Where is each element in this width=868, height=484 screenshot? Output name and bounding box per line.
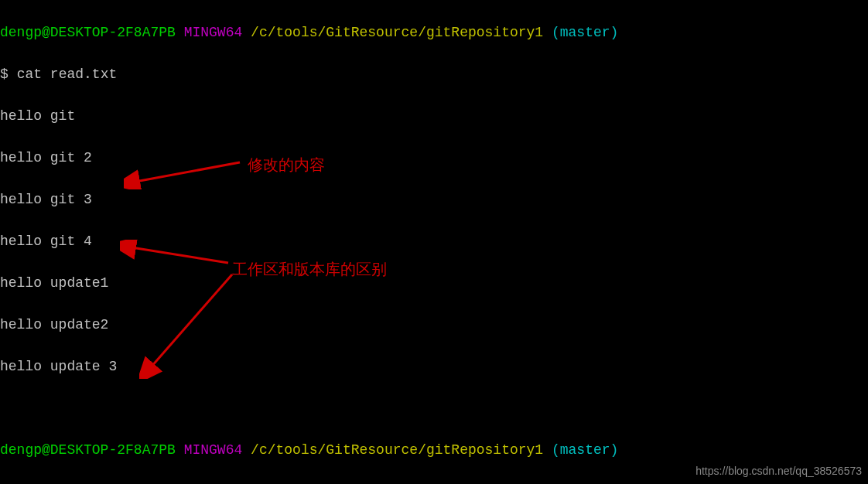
prompt-path: /c/tools/GitResource/gitRepository1: [251, 442, 543, 458]
prompt-shell: MINGW64: [184, 25, 243, 40]
output-line: hello update 3: [0, 356, 868, 377]
output-line: hello git 4: [0, 231, 868, 252]
prompt-branch: (master): [552, 442, 618, 458]
output-line: hello update1: [0, 273, 868, 294]
annotation-modified-content: 修改的内容: [248, 153, 325, 176]
output-line: hello git: [0, 106, 868, 127]
output-line: hello update2: [0, 315, 868, 336]
prompt-symbol: $: [0, 66, 9, 82]
terminal-output: dengp@DESKTOP-2F8A7PB MINGW64 /c/tools/G…: [0, 2, 868, 484]
prompt-path: /c/tools/GitResource/gitRepository1: [251, 25, 543, 40]
output-line: hello git 2: [0, 148, 868, 169]
command-cat: cat read.txt: [17, 66, 118, 82]
prompt-user-host: dengp@DESKTOP-2F8A7PB: [0, 442, 176, 458]
watermark: https://blog.csdn.net/qq_38526573: [695, 463, 862, 479]
prompt-user-host: dengp@DESKTOP-2F8A7PB: [0, 25, 176, 40]
prompt-branch: (master): [552, 25, 618, 40]
annotation-workspace-diff: 工作区和版本库的区别: [232, 257, 387, 281]
output-line: hello git 3: [0, 189, 868, 210]
prompt-shell: MINGW64: [184, 442, 243, 458]
